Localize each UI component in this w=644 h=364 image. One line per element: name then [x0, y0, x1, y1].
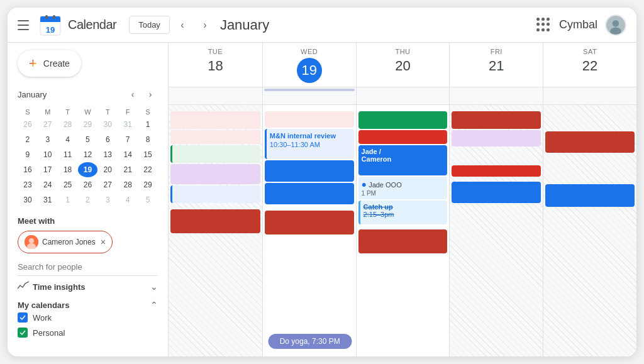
- event-wed-3[interactable]: [265, 160, 354, 182]
- personal-calendar-checkbox[interactable]: [18, 328, 28, 338]
- mini-day-24[interactable]: 24: [38, 177, 58, 192]
- personal-calendar-label: Personal: [33, 328, 65, 338]
- mini-day-11[interactable]: 11: [58, 147, 78, 162]
- event-fri-1[interactable]: [452, 111, 541, 129]
- event-tue-5[interactable]: [170, 185, 260, 203]
- event-wed-mnreview[interactable]: M&N internal review10:30–11:30 AM: [265, 129, 354, 159]
- svg-point-8: [610, 27, 621, 35]
- remove-person-button[interactable]: ×: [101, 237, 106, 247]
- search-people-input[interactable]: [18, 258, 158, 276]
- event-thu-2[interactable]: [358, 130, 448, 144]
- mini-day-27a[interactable]: 27: [38, 117, 58, 132]
- time-insights-section[interactable]: Time insights ⌄: [18, 281, 158, 292]
- mini-day-31b[interactable]: 31: [38, 192, 58, 207]
- event-tue-1[interactable]: [170, 111, 260, 129]
- mini-day-14[interactable]: 14: [118, 147, 138, 162]
- day-number-22[interactable]: 22: [543, 58, 636, 74]
- day-number-21[interactable]: 21: [450, 58, 543, 74]
- my-calendars-header[interactable]: My calendars ⌃: [18, 300, 158, 310]
- mini-day-1[interactable]: 1: [138, 117, 158, 132]
- mini-day-29[interactable]: 29: [138, 177, 158, 192]
- mini-day-4[interactable]: 4: [58, 132, 78, 147]
- mini-day-27b[interactable]: 27: [97, 177, 118, 192]
- mini-day-25[interactable]: 25: [58, 177, 78, 192]
- mini-day-29a[interactable]: 29: [78, 117, 98, 132]
- today-button[interactable]: Today: [129, 16, 170, 34]
- events-area: M&N internal review10:30–11:30 AM Do yog…: [169, 105, 636, 356]
- mini-cal-prev[interactable]: ‹: [125, 87, 140, 102]
- mini-day-5[interactable]: 5: [78, 132, 98, 147]
- event-thu-jade-ooo[interactable]: ● Jade OOO1 PM: [358, 177, 448, 199]
- event-sat-1[interactable]: [545, 131, 635, 153]
- mini-day-28a[interactable]: 28: [58, 117, 78, 132]
- mini-day-19-today[interactable]: 19: [78, 162, 98, 177]
- day-number-20[interactable]: 20: [357, 58, 450, 74]
- mini-day-26b[interactable]: 26: [78, 177, 98, 192]
- all-day-event-wed[interactable]: [264, 89, 355, 91]
- event-fri-3[interactable]: [452, 165, 541, 177]
- mini-day-28[interactable]: 28: [118, 177, 138, 192]
- event-sat-2[interactable]: [545, 184, 635, 207]
- mini-cal-header: January ‹ ›: [18, 87, 158, 102]
- mini-day-22[interactable]: 22: [138, 162, 158, 177]
- mini-day-20[interactable]: 20: [97, 162, 118, 177]
- mini-day-12[interactable]: 12: [78, 147, 98, 162]
- event-tue-2[interactable]: [170, 130, 260, 144]
- mini-day-7[interactable]: 7: [118, 132, 138, 147]
- event-thu-5[interactable]: [358, 229, 448, 253]
- app-logo[interactable]: 19: [39, 14, 62, 36]
- mini-day-26a[interactable]: 26: [18, 117, 38, 132]
- mini-day-23[interactable]: 23: [18, 177, 38, 192]
- create-button[interactable]: + Create: [18, 50, 81, 77]
- calendar-grid-area: TUE 18 WED 19 THU 20 FRI 21 SAT 22: [169, 43, 636, 356]
- day-number-18[interactable]: 18: [169, 58, 262, 74]
- work-calendar-checkbox[interactable]: [18, 312, 28, 323]
- mini-day-17[interactable]: 17: [38, 162, 58, 177]
- meet-with-label: Meet with: [18, 216, 158, 226]
- prev-button[interactable]: ‹: [172, 15, 192, 35]
- calendar-item-personal[interactable]: Personal: [18, 325, 158, 340]
- mini-day-2b[interactable]: 2: [78, 192, 98, 207]
- mini-day-2[interactable]: 2: [18, 132, 38, 147]
- mini-day-8[interactable]: 8: [138, 132, 158, 147]
- event-tue-4[interactable]: [170, 164, 260, 184]
- event-fri-4[interactable]: [452, 182, 541, 203]
- mini-day-16[interactable]: 16: [18, 162, 38, 177]
- mini-day-13[interactable]: 13: [97, 147, 118, 162]
- mini-day-3b[interactable]: 3: [97, 192, 118, 207]
- google-apps-icon[interactable]: [536, 18, 552, 33]
- mini-day-10[interactable]: 10: [38, 147, 58, 162]
- next-button[interactable]: ›: [195, 15, 215, 35]
- user-avatar[interactable]: [605, 14, 626, 36]
- mini-day-31a[interactable]: 31: [118, 117, 138, 132]
- calendar-item-work[interactable]: Work: [18, 310, 158, 325]
- day-name-fri: FRI: [450, 48, 543, 55]
- mini-day-1b[interactable]: 1: [58, 192, 78, 207]
- event-thu-1[interactable]: [358, 111, 448, 129]
- mini-day-30[interactable]: 30: [18, 192, 38, 207]
- event-wed-5[interactable]: [265, 211, 354, 234]
- person-name: Cameron Jones: [42, 238, 96, 246]
- mini-cal-nav: ‹ ›: [125, 87, 158, 102]
- mini-day-18[interactable]: 18: [58, 162, 78, 177]
- event-wed-4[interactable]: [265, 183, 354, 204]
- mini-day-6[interactable]: 6: [97, 132, 118, 147]
- day-number-19-today[interactable]: 19: [297, 58, 322, 83]
- mini-cal-next[interactable]: ›: [143, 87, 158, 102]
- event-tue-6[interactable]: [170, 209, 260, 233]
- event-wed-1[interactable]: [265, 111, 354, 128]
- event-wed-yoga[interactable]: Do yoga, 7:30 PM: [268, 334, 352, 349]
- mini-day-4b[interactable]: 4: [118, 192, 138, 207]
- menu-icon[interactable]: [18, 18, 33, 33]
- mini-day-3[interactable]: 3: [38, 132, 58, 147]
- mini-day-30a[interactable]: 30: [97, 117, 118, 132]
- event-fri-2[interactable]: [452, 130, 541, 146]
- event-thu-catchup[interactable]: Catch up2:15–3pm: [358, 201, 448, 224]
- mini-day-5b[interactable]: 5: [138, 192, 158, 207]
- mini-day-9[interactable]: 9: [18, 147, 38, 162]
- event-thu-jade-cameron[interactable]: Jade /Cameron: [358, 145, 448, 175]
- calendars-chevron-up-icon: ⌃: [150, 300, 158, 310]
- event-tue-3[interactable]: [170, 145, 260, 163]
- mini-day-15[interactable]: 15: [138, 147, 158, 162]
- mini-day-21[interactable]: 21: [118, 162, 138, 177]
